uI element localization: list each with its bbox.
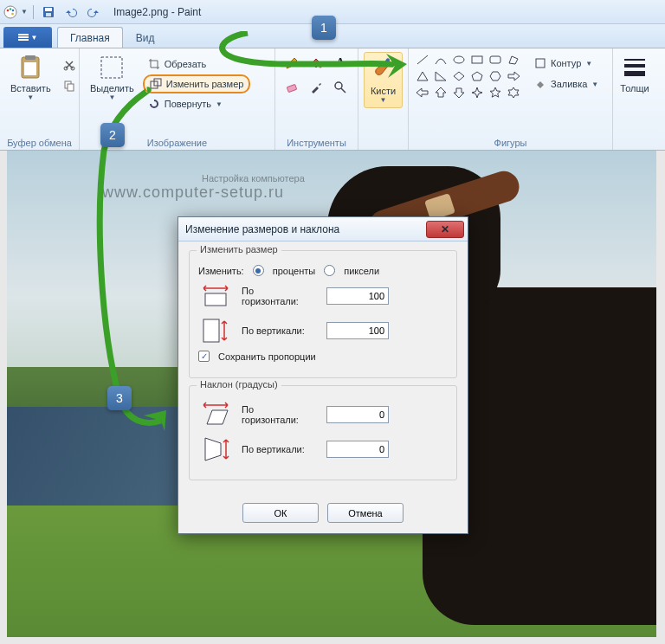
brushes-label: Кисти — [371, 86, 396, 96]
svg-rect-18 — [101, 57, 122, 78]
radio-pixels[interactable] — [324, 265, 335, 276]
resize-horiz-label: По горизонтали: — [242, 286, 318, 306]
shape-oval[interactable] — [450, 52, 468, 68]
close-button[interactable]: ✕ — [426, 221, 464, 238]
shape-polygon[interactable] — [505, 52, 522, 68]
copy-button[interactable] — [58, 76, 81, 95]
fill-label: Заливка — [551, 79, 587, 89]
pencil-tool[interactable] — [281, 52, 303, 74]
resize-legend: Изменить размер — [197, 244, 281, 254]
shape-star5[interactable] — [487, 85, 504, 100]
redo-button[interactable] — [84, 3, 103, 22]
fill-tool[interactable] — [305, 52, 327, 74]
eraser-tool[interactable] — [281, 76, 303, 99]
cut-button[interactable] — [58, 55, 81, 74]
tab-view[interactable]: Вид — [123, 27, 168, 48]
svg-rect-7 — [46, 13, 51, 16]
group-clipboard: Вставить ▼ Буфер обмена — [0, 48, 80, 150]
radio-percent-label: проценты — [273, 266, 316, 276]
window-title: Image2.png - Paint — [113, 6, 201, 18]
svg-point-23 — [335, 82, 342, 89]
group-clipboard-label: Буфер обмена — [5, 136, 74, 148]
radio-percent[interactable] — [253, 265, 264, 276]
paint-app-icon — [3, 5, 17, 19]
paste-button[interactable]: Вставить ▼ — [5, 52, 56, 103]
svg-rect-8 — [18, 34, 29, 35]
resize-by-label: Изменить: — [198, 266, 244, 276]
rotate-button[interactable]: Повернуть ▼ — [143, 94, 251, 113]
shape-arrow-left[interactable] — [414, 85, 431, 100]
group-tools: A Инструменты — [275, 48, 358, 150]
file-menu-button[interactable]: ▼ — [3, 27, 52, 48]
svg-rect-32 — [205, 293, 226, 306]
svg-rect-31 — [624, 71, 645, 76]
undo-button[interactable] — [61, 3, 81, 22]
text-tool[interactable]: A — [329, 52, 352, 74]
ok-button[interactable]: ОК — [242, 503, 319, 523]
svg-rect-12 — [25, 55, 36, 60]
svg-point-25 — [454, 56, 464, 63]
cancel-button[interactable]: Отмена — [327, 503, 404, 523]
skew-legend: Наклон (градусы) — [197, 379, 281, 390]
shape-arrow-right[interactable] — [505, 68, 522, 84]
shape-rtri[interactable] — [432, 68, 449, 84]
watermark-line1: Настройка компьютера — [202, 173, 305, 184]
outline-label: Контур — [551, 58, 581, 68]
brushes-button[interactable]: Кисти ▼ — [364, 52, 403, 108]
shape-arrow-up[interactable] — [432, 85, 449, 100]
svg-point-2 — [10, 8, 12, 10]
svg-rect-27 — [490, 56, 500, 63]
magnifier-tool[interactable] — [329, 76, 352, 99]
close-icon: ✕ — [441, 223, 449, 235]
tab-home[interactable]: Главная — [57, 27, 123, 48]
shape-outline-button[interactable]: Контур ▼ — [529, 54, 604, 73]
select-label: Выделить — [90, 83, 134, 93]
svg-rect-13 — [24, 62, 36, 75]
shape-fill-button[interactable]: Заливка ▼ — [529, 74, 604, 93]
svg-point-3 — [12, 9, 15, 11]
radio-pixels-label: пиксели — [344, 266, 379, 276]
shape-star6[interactable] — [505, 85, 522, 100]
svg-point-1 — [7, 9, 10, 11]
shape-rect[interactable] — [468, 52, 486, 68]
skew-vert-label: По вертикали: — [242, 444, 318, 454]
resize-button[interactable]: Изменить размер — [143, 74, 251, 93]
crop-label: Обрезать — [165, 59, 207, 69]
color-picker-tool[interactable] — [305, 76, 327, 99]
shape-pentagon[interactable] — [468, 68, 486, 84]
dialog-titlebar[interactable]: Изменение размеров и наклона ✕ — [178, 217, 468, 242]
svg-rect-9 — [18, 36, 29, 38]
crop-button[interactable]: Обрезать — [143, 55, 251, 74]
rotate-label: Повернуть — [165, 99, 211, 109]
annotation-3: 3 — [107, 386, 132, 410]
shape-curve[interactable] — [432, 52, 449, 68]
svg-rect-30 — [624, 64, 645, 68]
svg-point-4 — [11, 12, 14, 15]
resize-vert-label: По вертикали: — [242, 325, 318, 336]
svg-rect-22 — [287, 84, 296, 92]
shape-diamond[interactable] — [450, 68, 468, 84]
shape-hexagon[interactable] — [487, 68, 504, 84]
resize-horiz-input[interactable] — [326, 287, 389, 305]
skew-horiz-input[interactable] — [326, 406, 389, 423]
dialog-title: Изменение размеров и наклона — [185, 223, 339, 235]
horiz-skew-icon — [198, 400, 233, 429]
shapes-gallery[interactable] — [414, 52, 522, 100]
shape-roundrect[interactable] — [487, 52, 504, 68]
save-button[interactable] — [39, 3, 58, 22]
paste-label: Вставить — [10, 83, 51, 93]
skew-group: Наклон (градусы) По горизонтали: По верт… — [189, 385, 457, 480]
shape-star4[interactable] — [468, 85, 486, 100]
shape-line[interactable] — [414, 52, 431, 68]
skew-vert-input[interactable] — [326, 441, 389, 458]
qat-menu-icon[interactable]: ▼ — [21, 8, 28, 16]
select-button[interactable]: Выделить ▼ — [85, 52, 139, 113]
size-button[interactable]: Толщи — [618, 52, 651, 95]
svg-rect-33 — [203, 319, 219, 342]
annotation-1: 1 — [312, 16, 336, 40]
vert-resize-icon — [198, 316, 233, 345]
keep-ratio-checkbox[interactable] — [198, 351, 210, 362]
shape-tri[interactable] — [414, 68, 431, 84]
shape-arrow-down[interactable] — [450, 85, 468, 100]
resize-vert-input[interactable] — [326, 322, 389, 339]
